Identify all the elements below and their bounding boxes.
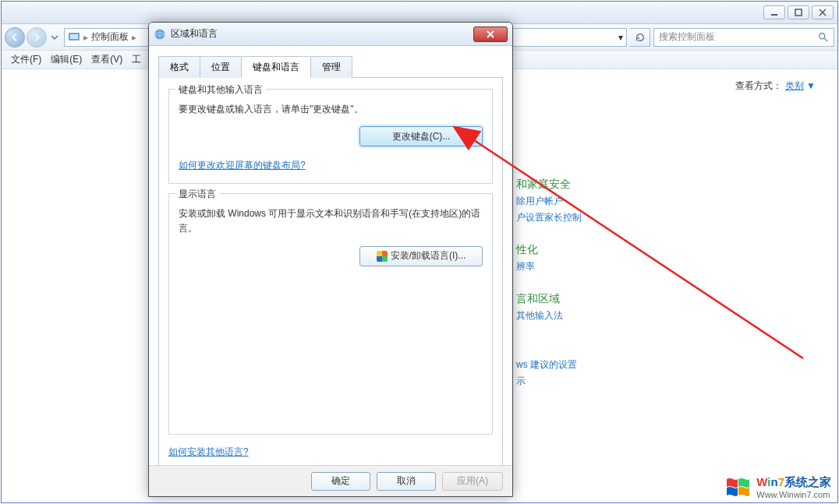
svg-rect-1 xyxy=(795,9,802,16)
tab-format[interactable]: 格式 xyxy=(158,56,200,78)
search-placeholder: 搜索控制面板 xyxy=(659,30,715,44)
category-link[interactable]: 辨率 xyxy=(516,260,750,273)
view-mode-label: 查看方式： xyxy=(735,80,782,91)
address-dropdown[interactable]: ▾ xyxy=(618,32,623,43)
control-panel-icon xyxy=(68,31,80,44)
chevron-down-icon[interactable]: ▼ xyxy=(806,80,816,91)
display-language-instruction: 安装或卸载 Windows 可用于显示文本和识别语音和手写(在支持地区)的语言。 xyxy=(179,206,483,236)
dialog-title: 区域和语言 xyxy=(171,27,218,41)
category-link[interactable]: 除用户帐户 xyxy=(516,195,750,208)
refresh-button[interactable] xyxy=(630,28,650,47)
breadcrumb-separator: ▸ xyxy=(83,32,88,43)
install-language-label: 安装/卸载语言(I)... xyxy=(391,249,466,263)
tab-keyboard-language[interactable]: 键盘和语言 xyxy=(241,56,311,78)
close-button[interactable] xyxy=(812,5,834,19)
search-icon xyxy=(818,32,829,43)
cancel-button[interactable]: 取消 xyxy=(377,472,436,491)
globe-icon xyxy=(154,28,166,41)
dialog-close-button[interactable] xyxy=(473,26,508,42)
dialog-footer: 确定 取消 应用(A) xyxy=(149,465,512,496)
maximize-button[interactable] xyxy=(788,5,809,19)
nav-buttons xyxy=(5,27,61,48)
svg-point-4 xyxy=(820,33,825,38)
install-uninstall-language-button[interactable]: 安装/卸载语言(I)... xyxy=(359,246,483,266)
category-heading[interactable]: 和家庭安全 xyxy=(516,178,750,192)
view-mode-value[interactable]: 类别 xyxy=(785,80,804,91)
windows-flag-icon xyxy=(725,476,752,499)
view-mode: 查看方式： 类别 ▼ xyxy=(735,79,816,93)
keyboard-layout-help-link[interactable]: 如何更改欢迎屏幕的键盘布局? xyxy=(179,160,306,171)
back-button[interactable] xyxy=(5,27,25,48)
breadcrumb-separator: ▸ xyxy=(132,32,136,43)
watermark: Win7系统之家 Www.Winwin7.com xyxy=(725,475,831,499)
forward-button[interactable] xyxy=(27,27,47,48)
shield-icon xyxy=(377,251,388,262)
tab-panel: 键盘和其他输入语言 要更改键盘或输入语言，请单击"更改键盘"。 更改键盘(C).… xyxy=(158,78,503,477)
svg-rect-3 xyxy=(70,34,78,39)
region-language-dialog: 区域和语言 格式 位置 键盘和语言 管理 键盘和其他输入语言 要更改键盘或输入语… xyxy=(148,22,513,497)
recent-pages-dropdown[interactable] xyxy=(48,30,61,44)
category-link[interactable]: 示 xyxy=(516,375,750,388)
category-link[interactable]: 其他输入法 xyxy=(516,309,750,322)
search-input[interactable]: 搜索控制面板 xyxy=(653,28,834,47)
category-heading[interactable]: 性化 xyxy=(516,243,750,257)
watermark-url: Www.Winwin7.com xyxy=(756,490,831,499)
display-language-group: 显示语言 安装或卸载 Windows 可用于显示文本和识别语音和手写(在支持地区… xyxy=(168,193,493,435)
menu-view[interactable]: 查看(V) xyxy=(87,53,127,66)
category-column: 和家庭安全 除用户帐户 户设置家长控制 性化 辨率 言和区域 其他输入法 ws … xyxy=(516,164,750,388)
breadcrumb-item[interactable]: 控制面板 xyxy=(91,30,129,44)
menu-tools[interactable]: 工 xyxy=(127,53,146,66)
minimize-button[interactable] xyxy=(763,5,785,19)
svg-rect-0 xyxy=(771,14,777,16)
keyboard-group: 键盘和其他输入语言 要更改键盘或输入语言，请单击"更改键盘"。 更改键盘(C).… xyxy=(168,89,493,184)
ok-button[interactable]: 确定 xyxy=(311,472,370,491)
category-heading[interactable]: 言和区域 xyxy=(516,292,750,306)
dialog-titlebar: 区域和语言 xyxy=(149,23,512,46)
menu-edit[interactable]: 编辑(E) xyxy=(46,53,87,66)
install-other-language-help-link[interactable]: 如何安装其他语言? xyxy=(168,446,249,457)
change-keyboard-button[interactable]: 更改键盘(C)... xyxy=(359,126,483,146)
watermark-title: Win7系统之家 xyxy=(756,475,831,490)
tab-location[interactable]: 位置 xyxy=(200,56,242,78)
menu-file[interactable]: 文件(F) xyxy=(6,53,46,66)
category-link[interactable]: 户设置家长控制 xyxy=(516,211,750,224)
window-titlebar xyxy=(2,2,837,24)
keyboard-group-legend: 键盘和其他输入语言 xyxy=(175,83,266,97)
category-link[interactable]: ws 建议的设置 xyxy=(516,358,750,372)
tab-admin[interactable]: 管理 xyxy=(310,56,352,78)
display-language-legend: 显示语言 xyxy=(175,188,219,201)
tab-bar: 格式 位置 键盘和语言 管理 xyxy=(158,55,503,78)
keyboard-instruction: 要更改键盘或输入语言，请单击"更改键盘"。 xyxy=(179,102,483,117)
apply-button[interactable]: 应用(A) xyxy=(442,472,503,491)
